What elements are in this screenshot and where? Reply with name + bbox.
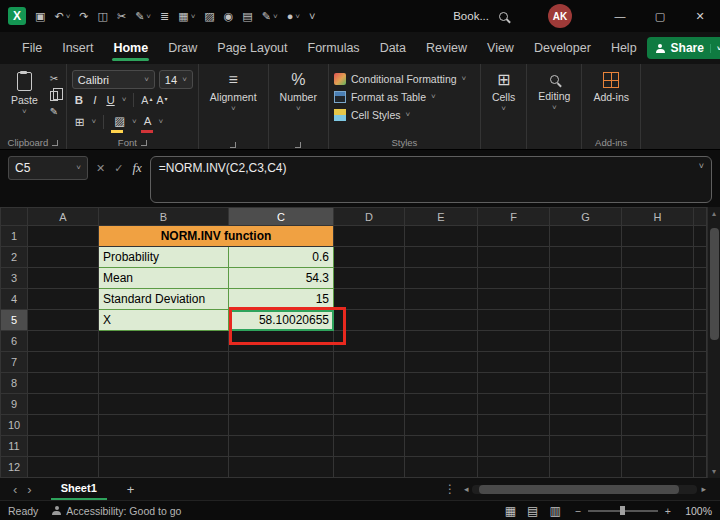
cut-button[interactable]: ✂ xyxy=(50,73,61,84)
cell-A2[interactable] xyxy=(28,247,99,268)
addins-button[interactable]: Add-ins xyxy=(587,70,635,105)
alignment-button[interactable]: ≡ Alignment ˅ xyxy=(204,70,263,114)
cell-D10[interactable] xyxy=(334,415,405,436)
font-size-select[interactable]: 14˅ xyxy=(159,70,193,89)
menu-tab-draw[interactable]: Draw xyxy=(158,32,207,64)
cell-G11[interactable] xyxy=(550,436,622,457)
record-icon[interactable]: ●˅ xyxy=(287,10,300,22)
chevron-down-icon[interactable]: ˅ xyxy=(710,44,720,53)
cell-E12[interactable] xyxy=(405,457,478,478)
cell-B2[interactable]: Probability xyxy=(99,247,229,268)
cell-A4[interactable] xyxy=(28,289,99,310)
menu-tab-review[interactable]: Review xyxy=(416,32,477,64)
column-header-E[interactable]: E xyxy=(405,208,478,226)
cell-B6[interactable] xyxy=(99,331,229,352)
page-break-view-icon[interactable]: ▥ xyxy=(549,504,560,518)
cell-F5[interactable] xyxy=(478,310,550,331)
cell-D5[interactable] xyxy=(334,310,405,331)
fill-color-button[interactable]: ▨ xyxy=(111,111,128,133)
format-painter-button[interactable]: ✎ xyxy=(50,106,61,117)
zoom-slider-thumb[interactable] xyxy=(620,506,625,515)
cell-G7[interactable] xyxy=(550,352,622,373)
cell-C4[interactable]: 15 xyxy=(229,289,334,310)
cell-A7[interactable] xyxy=(28,352,99,373)
cell-D12[interactable] xyxy=(334,457,405,478)
row-header-5[interactable]: 5 xyxy=(1,310,28,331)
cell-E9[interactable] xyxy=(405,394,478,415)
insert-function-button[interactable]: fx xyxy=(132,160,141,176)
column-header-A[interactable]: A xyxy=(28,208,99,226)
column-header-G[interactable]: G xyxy=(550,208,622,226)
cell-D8[interactable] xyxy=(334,373,405,394)
cell-D4[interactable] xyxy=(334,289,405,310)
column-header-C[interactable]: C xyxy=(229,208,334,226)
row-header-3[interactable]: 3 xyxy=(1,268,28,289)
cell-G10[interactable] xyxy=(550,415,622,436)
normal-view-icon[interactable]: ▦ xyxy=(505,504,516,518)
menu-tab-insert[interactable]: Insert xyxy=(52,32,103,64)
accessibility-status[interactable]: Accessibility: Good to go xyxy=(52,505,181,517)
menu-tab-file[interactable]: File xyxy=(12,32,52,64)
cell-F9[interactable] xyxy=(478,394,550,415)
cell-A9[interactable] xyxy=(28,394,99,415)
workbook-icon[interactable]: ▤ xyxy=(242,10,252,23)
formula-input[interactable]: =NORM.INV(C2,C3,C4) ˅ xyxy=(150,156,712,203)
name-box[interactable]: C5 ˅ xyxy=(8,156,88,180)
cell-F4[interactable] xyxy=(478,289,550,310)
paste-button[interactable]: Paste ˅ xyxy=(5,70,44,117)
number-button[interactable]: % Number ˅ xyxy=(274,70,323,114)
cells-button[interactable]: ⊞ Cells ˅ xyxy=(486,70,521,114)
excel-logo[interactable]: X xyxy=(8,7,26,25)
cell-A6[interactable] xyxy=(28,331,99,352)
vertical-scrollbar-thumb[interactable] xyxy=(710,228,719,340)
cell-H6[interactable] xyxy=(622,331,694,352)
cell-H3[interactable] xyxy=(622,268,694,289)
column-header-H[interactable]: H xyxy=(622,208,694,226)
dialog-launcher-icon[interactable] xyxy=(141,140,147,146)
cell-H1[interactable] xyxy=(622,226,694,247)
cell-B8[interactable] xyxy=(99,373,229,394)
row-header-7[interactable]: 7 xyxy=(1,352,28,373)
row-header-4[interactable]: 4 xyxy=(1,289,28,310)
cell-C7[interactable] xyxy=(229,352,334,373)
cell-E3[interactable] xyxy=(405,268,478,289)
cell-E8[interactable] xyxy=(405,373,478,394)
column-header-D[interactable]: D xyxy=(334,208,405,226)
cell-H2[interactable] xyxy=(622,247,694,268)
cell-G12[interactable] xyxy=(550,457,622,478)
cell-E4[interactable] xyxy=(405,289,478,310)
cell-E11[interactable] xyxy=(405,436,478,457)
chevron-down-icon[interactable]: ˅ xyxy=(76,165,81,171)
cell-H5[interactable] xyxy=(622,310,694,331)
format-painter-icon[interactable]: ▨ xyxy=(204,10,214,23)
more-options-icon[interactable]: ⋮ xyxy=(436,482,464,496)
cell-F3[interactable] xyxy=(478,268,550,289)
cell-B11[interactable] xyxy=(99,436,229,457)
qat-overflow-caret[interactable]: ˅ xyxy=(309,10,315,22)
cell-A1[interactable] xyxy=(28,226,99,247)
search-icon[interactable] xyxy=(499,12,508,21)
cell-D3[interactable] xyxy=(334,268,405,289)
cell-F7[interactable] xyxy=(478,352,550,373)
redo-icon[interactable]: ↷ xyxy=(79,10,88,23)
cell-F11[interactable] xyxy=(478,436,550,457)
cell-E2[interactable] xyxy=(405,247,478,268)
cell-H8[interactable] xyxy=(622,373,694,394)
vertical-scrollbar[interactable]: ▴ ▾ xyxy=(707,207,720,478)
cell-C6[interactable] xyxy=(229,331,334,352)
close-button[interactable]: ✕ xyxy=(680,0,720,32)
confirm-entry-button[interactable]: ✓ xyxy=(114,162,123,175)
dialog-launcher-icon[interactable] xyxy=(230,142,236,148)
cell-B7[interactable] xyxy=(99,352,229,373)
cell-B5[interactable]: X xyxy=(99,310,229,331)
cell-C12[interactable] xyxy=(229,457,334,478)
cell-G6[interactable] xyxy=(550,331,622,352)
row-header-1[interactable]: 1 xyxy=(1,226,28,247)
draw-icon[interactable]: ✎˅ xyxy=(135,10,151,23)
menu-tab-page-layout[interactable]: Page Layout xyxy=(207,32,297,64)
cell-D6[interactable] xyxy=(334,331,405,352)
formula-bar-expand-icon[interactable]: ˅ xyxy=(699,163,704,169)
cell-A11[interactable] xyxy=(28,436,99,457)
cell-D2[interactable] xyxy=(334,247,405,268)
scroll-left-icon[interactable]: ◂ xyxy=(464,484,469,494)
